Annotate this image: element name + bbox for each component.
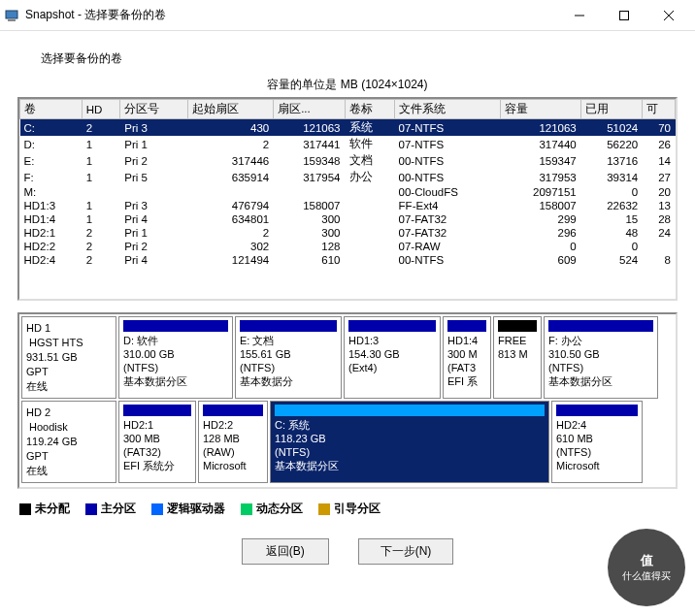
table-row[interactable]: HD2:42Pri 412149461000-NTFS6095248 [20,253,676,267]
partition-bar [498,320,537,332]
volume-table-container: 卷HD分区号起始扇区扇区...卷标文件系统容量已用可 C:2Pri 343012… [17,97,678,301]
column-header[interactable]: 起始扇区 [187,100,273,119]
table-row[interactable]: HD1:41Pri 463480130007-FAT322991528 [20,212,676,226]
partition-box[interactable]: HD2:2128 MB(RAW)Microsoft [198,401,268,483]
close-button[interactable] [646,1,691,30]
app-icon [4,8,19,23]
column-header[interactable]: 卷 [20,100,83,119]
units-label: 容量的单位是 MB (1024×1024) [17,77,678,93]
partition-box[interactable]: HD1:4300 M(FAT3EFI 系 [443,316,491,399]
partition-box[interactable]: HD2:4610 MB(NTFS)Microsoft [551,401,643,483]
partition-box[interactable]: E: 文档155.61 GB(NTFS)基本数据分 [235,316,342,399]
button-row: 返回(B) 下一步(N) [17,538,678,565]
column-header[interactable]: 卷标 [345,100,394,119]
page-heading: 选择要备份的卷 [17,50,678,67]
column-header[interactable]: HD [82,100,120,119]
column-header[interactable]: 分区号 [120,100,188,119]
legend-unalloc: 未分配 [19,501,70,517]
svg-rect-0 [6,11,17,18]
volume-table: 卷HD分区号起始扇区扇区...卷标文件系统容量已用可 C:2Pri 343012… [19,99,676,267]
legend-boot: 引导分区 [318,501,381,517]
legend-primary: 主分区 [85,501,136,517]
legend: 未分配 主分区 逻辑驱动器 动态分区 引导分区 [17,497,678,521]
partition-box[interactable]: F: 办公310.50 GB(NTFS)基本数据分区 [544,316,658,399]
next-button[interactable]: 下一步(N) [358,538,454,565]
svg-rect-1 [8,19,16,21]
minimize-button[interactable] [557,1,602,30]
disk-info: HD 2 Hoodisk119.24 GBGPT在线 [21,401,116,483]
partition-bar [548,320,653,332]
partition-bar [123,405,191,416]
partition-box[interactable]: HD1:3154.30 GB(Ext4) [344,316,441,399]
partition-box[interactable]: HD2:1300 MB(FAT32)EFI 系统分 [118,401,196,483]
column-header[interactable]: 文件系统 [394,100,500,119]
table-row[interactable]: HD1:31Pri 3476794158007FF-Ext41580072263… [20,199,676,212]
table-row[interactable]: HD2:12Pri 1230007-FAT322964824 [20,226,676,240]
legend-dynamic: 动态分区 [241,501,303,517]
maximize-button[interactable] [602,1,646,30]
legend-logical: 逻辑驱动器 [151,501,225,517]
table-row[interactable]: HD2:22Pri 230212807-RAW00 [20,240,676,253]
table-row[interactable]: F:1Pri 5635914317954办公00-NTFS31795339314… [20,169,676,185]
column-header[interactable]: 容量 [500,100,580,119]
partition-bar [275,405,545,416]
titlebar: Snapshot - 选择要备份的卷 [0,0,695,31]
disk-info: HD 1 HGST HTS931.51 GBGPT在线 [21,316,116,399]
table-row[interactable]: D:1Pri 12317441软件07-NTFS3174405622026 [20,136,676,152]
partition-bar [123,320,228,332]
partition-bar [447,320,486,332]
table-row[interactable]: E:1Pri 2317446159348文档00-NTFS15934713716… [20,152,676,169]
partition-box[interactable]: FREE813 M [493,316,542,399]
column-header[interactable]: 已用 [580,100,642,119]
partition-bar [203,405,263,416]
table-row[interactable]: M:00-CloudFS2097151020 [20,185,676,199]
column-header[interactable]: 可 [643,100,676,119]
disk-map-panel: HD 1 HGST HTS931.51 GBGPT在线D: 软件310.00 G… [17,312,678,489]
column-header[interactable]: 扇区... [274,100,345,119]
table-row[interactable]: C:2Pri 3430121063系统07-NTFS1210635102470 [20,119,676,137]
partition-bar [556,405,638,416]
window-title: Snapshot - 选择要备份的卷 [25,7,557,23]
partition-box[interactable]: D: 软件310.00 GB(NTFS)基本数据分区 [118,316,233,399]
partition-box[interactable]: C: 系统118.23 GB(NTFS)基本数据分区 [270,401,549,483]
svg-rect-3 [620,11,629,19]
partition-bar [348,320,436,332]
watermark: 值 什么值得买 [608,529,685,606]
partition-bar [240,320,337,332]
back-button[interactable]: 返回(B) [242,538,329,565]
